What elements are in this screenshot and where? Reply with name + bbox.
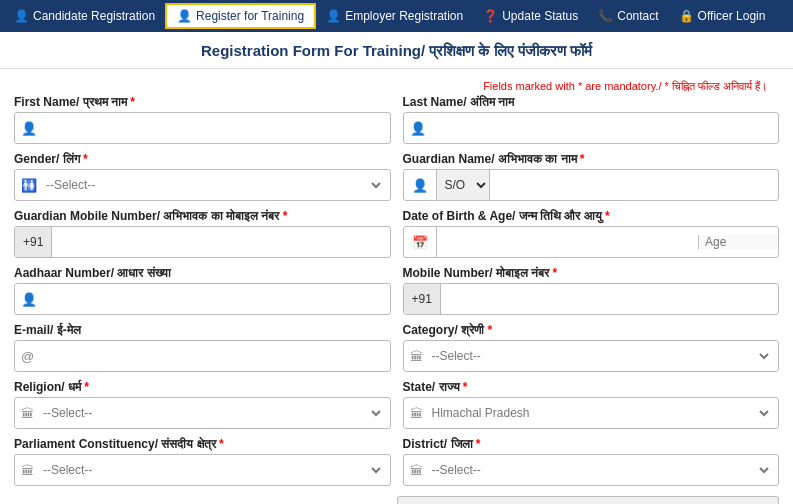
aadhaar-input-wrapper: 👤	[14, 283, 391, 315]
navbar: 👤 Candidate Registration 👤 Register for …	[0, 0, 793, 32]
mandatory-note: Fields marked with * are mandatory./ * च…	[14, 75, 779, 95]
email-label: E-mail/ ई-मेल	[14, 323, 391, 337]
guardian-name-input-wrapper: 👤 S/O D/O W/O	[403, 169, 780, 201]
district-group: District/ जिला * 🏛 --Select--	[403, 437, 780, 486]
building-icon: 🏛	[410, 463, 423, 478]
last-name-input[interactable]	[431, 121, 773, 135]
mobile-group: Mobile Number/ मोबाइल नंबर * +91	[403, 266, 780, 315]
religion-select-wrapper: 🏛 --Select-- Hindu Muslim Christian Sikh…	[14, 397, 391, 429]
state-label: State/ राज्य *	[403, 380, 780, 394]
district-select-wrapper: 🏛 --Select--	[403, 454, 780, 486]
select-button[interactable]: Select	[397, 496, 780, 504]
category-label: Category/ श्रेणी *	[403, 323, 780, 337]
mobile-input[interactable]	[441, 292, 778, 306]
last-name-group: Last Name/ अंतिम नाम 👤	[403, 95, 780, 144]
phone-prefix: +91	[404, 284, 441, 314]
building-icon: 🏛	[410, 406, 423, 421]
category-select[interactable]: --Select-- General OBC SC ST	[428, 348, 773, 364]
first-name-label: First Name/ प्रथम नाम *	[14, 95, 391, 109]
nav-candidate-registration[interactable]: 👤 Candidate Registration	[4, 5, 165, 27]
mobile-dob-row: Guardian Mobile Number/ अभिभावक का मोबाइ…	[14, 209, 779, 258]
first-name-group: First Name/ प्रथम नाम * 👤	[14, 95, 391, 144]
temple-icon: 🏛	[21, 406, 34, 421]
email-group: E-mail/ ई-मेल @	[14, 323, 391, 372]
gender-icon: 🚻	[21, 178, 37, 193]
person-icon: 👤	[410, 121, 426, 136]
last-name-label: Last Name/ अंतिम नाम	[403, 95, 780, 109]
phone-icon: 📞	[598, 9, 613, 23]
age-input[interactable]	[698, 235, 778, 249]
guardian-phone-wrapper: +91	[14, 226, 391, 258]
dob-input-wrapper: 📅	[403, 226, 780, 258]
first-name-input-wrapper: 👤	[14, 112, 391, 144]
dob-group: Date of Birth & Age/ जन्म तिथि और आयु * …	[403, 209, 780, 258]
person-icon: 👤	[14, 9, 29, 23]
building-icon: 🏛	[21, 463, 34, 478]
person-icon: 👤	[326, 9, 341, 23]
gender-select[interactable]: --Select-- Male Female	[42, 177, 384, 193]
person-icon: 👤	[177, 9, 192, 23]
parliament-district-row: Parliament Constituency/ संसदीय क्षेत्र …	[14, 437, 779, 486]
first-name-input[interactable]	[42, 121, 384, 135]
religion-select[interactable]: --Select-- Hindu Muslim Christian Sikh O…	[39, 405, 384, 421]
guardian-mobile-input[interactable]	[52, 235, 389, 249]
religion-label: Religion/ धर्म *	[14, 380, 391, 394]
guardian-relation-select[interactable]: S/O D/O W/O	[437, 170, 490, 200]
state-group: State/ राज्य * 🏛 Himachal Pradesh Delhi …	[403, 380, 780, 429]
gender-label: Gender/ लिंग *	[14, 152, 391, 166]
dob-label: Date of Birth & Age/ जन्म तिथि और आयु *	[403, 209, 780, 223]
nav-update-status[interactable]: ❓ Update Status	[473, 5, 588, 27]
gender-group: Gender/ लिंग * 🚻 --Select-- Male Female	[14, 152, 391, 201]
aadhaar-input[interactable]	[42, 292, 384, 306]
district-label: District/ जिला *	[403, 437, 780, 451]
at-icon: @	[21, 349, 34, 364]
religion-state-row: Religion/ धर्म * 🏛 --Select-- Hindu Musl…	[14, 380, 779, 429]
district-select[interactable]: --Select--	[428, 462, 773, 478]
phone-prefix: +91	[15, 227, 52, 257]
email-category-row: E-mail/ ई-मेल @ Category/ श्रेणी * 🏛 --S…	[14, 323, 779, 372]
religion-group: Religion/ धर्म * 🏛 --Select-- Hindu Musl…	[14, 380, 391, 429]
gender-guardian-row: Gender/ लिंग * 🚻 --Select-- Male Female …	[14, 152, 779, 201]
mobile-phone-wrapper: +91	[403, 283, 780, 315]
parliament-label: Parliament Constituency/ संसदीय क्षेत्र …	[14, 437, 391, 451]
guardian-name-input[interactable]	[490, 178, 779, 192]
nav-register-for-training[interactable]: 👤 Register for Training	[165, 3, 316, 29]
dob-input[interactable]	[437, 235, 699, 249]
form-area: Fields marked with * are mandatory./ * च…	[0, 69, 793, 504]
aadhaar-label: Aadhaar Number/ आधार संख्या	[14, 266, 391, 280]
parliament-select-wrapper: 🏛 --Select--	[14, 454, 391, 486]
guardian-name-group: Guardian Name/ अभिभावक का नाम * 👤 S/O D/…	[403, 152, 780, 201]
email-input-wrapper: @	[14, 340, 391, 372]
category-group: Category/ श्रेणी * 🏛 --Select-- General …	[403, 323, 780, 372]
category-select-wrapper: 🏛 --Select-- General OBC SC ST	[403, 340, 780, 372]
building-icon: 🏛	[410, 349, 423, 364]
lock-icon: 🔒	[679, 9, 694, 23]
question-icon: ❓	[483, 9, 498, 23]
state-select[interactable]: Himachal Pradesh Delhi Punjab	[428, 405, 773, 421]
select-group: Select	[397, 494, 780, 504]
calendar-icon: 📅	[404, 227, 437, 257]
guardian-name-label: Guardian Name/ अभिभावक का नाम *	[403, 152, 780, 166]
nav-employer-registration[interactable]: 👤 Employer Registration	[316, 5, 473, 27]
gender-select-wrapper: 🚻 --Select-- Male Female	[14, 169, 391, 201]
state-select-wrapper: 🏛 Himachal Pradesh Delhi Punjab	[403, 397, 780, 429]
person-icon: 👤	[404, 170, 437, 200]
person-icon: 👤	[21, 292, 37, 307]
aadhaar-mobile-row: Aadhaar Number/ आधार संख्या 👤 Mobile Num…	[14, 266, 779, 315]
name-row: First Name/ प्रथम नाम * 👤 Last Name/ अंत…	[14, 95, 779, 144]
select-row: Select	[14, 494, 779, 504]
guardian-mobile-group: Guardian Mobile Number/ अभिभावक का मोबाइ…	[14, 209, 391, 258]
parliament-group: Parliament Constituency/ संसदीय क्षेत्र …	[14, 437, 391, 486]
parliament-select[interactable]: --Select--	[39, 462, 384, 478]
mobile-label: Mobile Number/ मोबाइल नंबर *	[403, 266, 780, 280]
page-title: Registration Form For Training/ प्रशिक्ष…	[0, 32, 793, 69]
person-icon: 👤	[21, 121, 37, 136]
guardian-mobile-label: Guardian Mobile Number/ अभिभावक का मोबाइ…	[14, 209, 391, 223]
nav-officer-login[interactable]: 🔒 Officer Login	[669, 5, 776, 27]
email-input[interactable]	[39, 349, 383, 363]
nav-contact[interactable]: 📞 Contact	[588, 5, 668, 27]
last-name-input-wrapper: 👤	[403, 112, 780, 144]
aadhaar-group: Aadhaar Number/ आधार संख्या 👤	[14, 266, 391, 315]
